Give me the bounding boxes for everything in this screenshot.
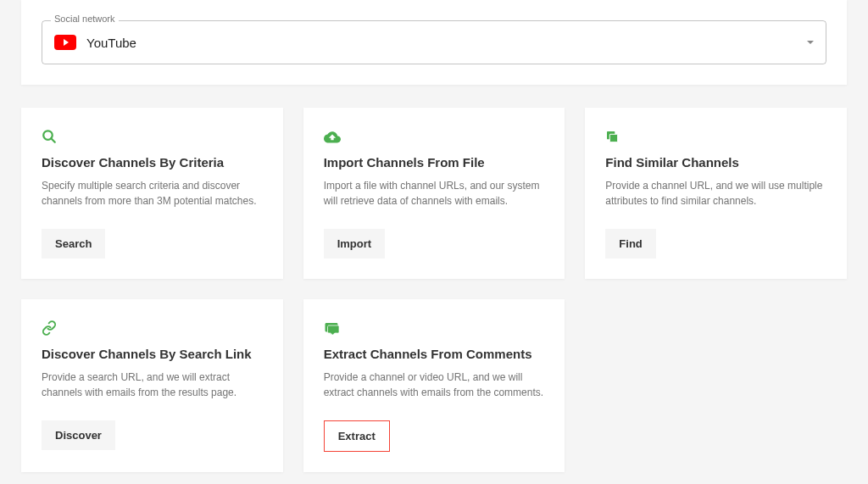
card-title: Find Similar Channels <box>605 155 826 170</box>
chevron-down-icon <box>807 41 814 44</box>
card-title: Discover Channels By Search Link <box>42 347 263 361</box>
link-icon <box>42 320 263 337</box>
social-network-panel: Social network YouTube <box>21 0 847 85</box>
card-discover-criteria: Discover Channels By Criteria Specify mu… <box>21 108 283 279</box>
card-extract-comments: Extract Channels From Comments Provide a… <box>303 299 565 472</box>
youtube-icon <box>54 35 76 50</box>
import-button[interactable]: Import <box>324 229 385 259</box>
cards-grid: Discover Channels By Criteria Specify mu… <box>0 108 868 472</box>
cloud-upload-icon <box>324 128 545 145</box>
card-similar-channels: Find Similar Channels Provide a channel … <box>585 108 847 279</box>
card-desc: Import a file with channel URLs, and our… <box>324 178 545 209</box>
discover-button[interactable]: Discover <box>42 420 115 450</box>
svg-line-1 <box>51 138 55 142</box>
card-discover-link: Discover Channels By Search Link Provide… <box>21 299 283 472</box>
card-import-file: Import Channels From File Import a file … <box>303 108 565 279</box>
card-title: Import Channels From File <box>324 155 545 170</box>
select-value: YouTube <box>86 36 807 50</box>
card-desc: Provide a channel URL, and we will use m… <box>605 178 826 209</box>
copy-icon <box>605 128 826 145</box>
card-title: Discover Channels By Criteria <box>42 155 263 170</box>
comments-icon <box>324 320 545 337</box>
extract-button[interactable]: Extract <box>324 420 390 452</box>
search-button[interactable]: Search <box>42 229 105 259</box>
card-title: Extract Channels From Comments <box>324 347 545 361</box>
select-legend: Social network <box>51 14 119 24</box>
card-desc: Provide a search URL, and we will extrac… <box>42 370 263 400</box>
find-button[interactable]: Find <box>605 229 655 259</box>
social-network-select[interactable]: Social network YouTube <box>42 20 826 64</box>
svg-rect-3 <box>610 134 618 142</box>
card-desc: Provide a channel or video URL, and we w… <box>324 370 545 400</box>
card-desc: Specify multiple search criteria and dis… <box>42 178 263 209</box>
search-icon <box>42 128 263 145</box>
